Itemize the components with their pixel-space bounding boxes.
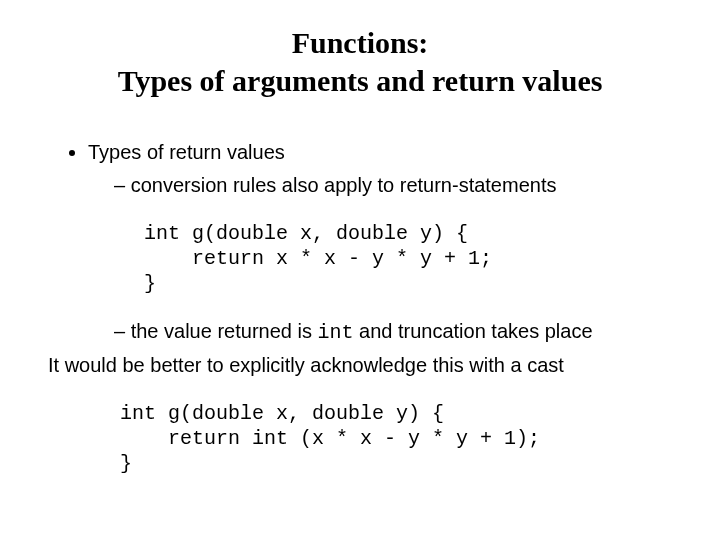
title-line-2: Types of arguments and return values: [118, 64, 603, 97]
title-line-1: Functions:: [292, 26, 429, 59]
slide-title: Functions: Types of arguments and return…: [48, 24, 672, 99]
paragraph-cast-note: It would be better to explicitly acknowl…: [48, 352, 672, 379]
sub-item-1: conversion rules also apply to return-st…: [114, 172, 672, 199]
bullet-item-1: Types of return values conversion rules …: [88, 139, 672, 199]
code-block-2: int g(double x, double y) { return int (…: [120, 401, 672, 476]
sub-1-text: conversion rules also apply to return-st…: [131, 174, 557, 196]
sub-2-code: int: [317, 321, 353, 344]
sub-2a-text: the value returned is: [131, 320, 318, 342]
code-block-1: int g(double x, double y) { return x * x…: [144, 221, 672, 296]
bullet-1-text: Types of return values: [88, 141, 285, 163]
sub-list-2: the value returned is int and truncation…: [88, 318, 672, 346]
sub-list-1: conversion rules also apply to return-st…: [88, 172, 672, 199]
slide-body: Types of return values conversion rules …: [48, 139, 672, 476]
bullet-item-1-cont: the value returned is int and truncation…: [88, 318, 672, 346]
sub-item-2: the value returned is int and truncation…: [114, 318, 672, 346]
slide: Functions: Types of arguments and return…: [0, 0, 720, 540]
bullet-list-cont: the value returned is int and truncation…: [66, 318, 672, 346]
bullet-list: Types of return values conversion rules …: [66, 139, 672, 199]
sub-2b-text: and truncation takes place: [353, 320, 592, 342]
